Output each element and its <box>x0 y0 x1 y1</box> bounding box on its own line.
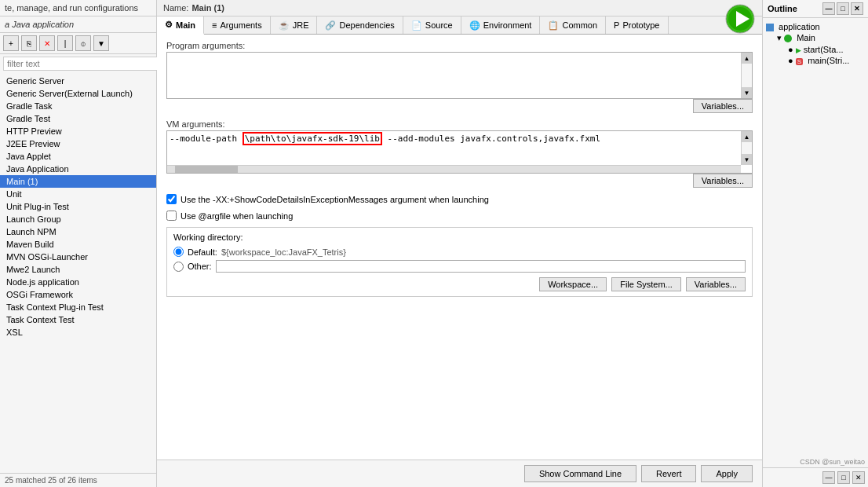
tab-dependencies[interactable]: 🔗 Dependencies <box>317 16 403 34</box>
config-item[interactable]: Node.js application <box>0 276 156 288</box>
tab-jre[interactable]: ☕ JRE <box>271 16 318 34</box>
vm-args-inner: --module-path \path\to\javafx-sdk-19\lib… <box>167 131 752 165</box>
filter-input[interactable] <box>3 57 159 71</box>
deps-tab-label: Dependencies <box>339 20 394 30</box>
right-panel-btn1[interactable]: — <box>822 471 835 484</box>
app-subtitle: te, manage, and run configurations <box>0 0 156 16</box>
config-item[interactable]: Java Application <box>0 163 156 175</box>
config-item[interactable]: Task Context Test <box>0 313 156 326</box>
workspace-btn[interactable]: Workspace... <box>539 277 607 291</box>
filter-btn2[interactable]: ⌽ <box>75 35 91 51</box>
wd-buttons: Workspace... File System... Variables... <box>173 277 746 291</box>
checkbox1[interactable] <box>166 194 177 204</box>
prog-scroll-up[interactable]: ▲ <box>742 53 752 64</box>
run-icon[interactable] <box>724 3 756 35</box>
radio-other-row: Other: <box>173 260 746 273</box>
tab-arguments[interactable]: ≡ Arguments <box>204 16 271 34</box>
vm-scroll-up[interactable]: ▲ <box>742 131 752 142</box>
config-item[interactable]: XSL <box>0 326 156 339</box>
config-item[interactable]: Generic Server <box>0 75 156 87</box>
outline-item-start[interactable]: ● ▶ start(Sta... <box>766 44 865 55</box>
config-item[interactable]: Gradle Task <box>0 100 156 112</box>
outline-item-main-method[interactable]: ● S main(Stri... <box>766 55 865 66</box>
config-item[interactable]: MVN OSGi-Launcher <box>0 251 156 263</box>
bottom-right-buttons: — □ ✕ <box>763 467 868 487</box>
outline-item-application[interactable]: application <box>766 21 865 32</box>
checkbox2[interactable] <box>166 211 177 221</box>
jre-tab-label: JRE <box>293 20 309 30</box>
outline-item-start-label: start(Sta... <box>804 45 844 54</box>
vm-scroll-down[interactable]: ▼ <box>742 154 752 165</box>
outline-item-main-label: main(Stri... <box>808 56 849 65</box>
outline-maximize-btn[interactable]: □ <box>837 2 849 15</box>
tab-main[interactable]: ⚙ Main <box>157 16 204 35</box>
apply-btn[interactable]: Apply <box>701 465 753 482</box>
config-item[interactable]: OSGi Framework <box>0 288 156 301</box>
radio-other[interactable] <box>173 262 184 272</box>
tab-common[interactable]: 📋 Common <box>540 16 606 34</box>
checkbox2-label: Use @argfile when launching <box>181 211 293 221</box>
tab-environment[interactable]: 🌐 Environment <box>461 16 541 34</box>
filesystem-btn[interactable]: File System... <box>611 277 681 291</box>
variables-btn3[interactable]: Variables... <box>686 277 746 291</box>
radio-default[interactable] <box>173 247 184 257</box>
tab-prototype[interactable]: P Prototype <box>606 16 668 34</box>
config-item[interactable]: J2EE Preview <box>0 137 156 150</box>
config-item[interactable]: Mwe2 Launch <box>0 263 156 276</box>
filter-btn3[interactable]: ▼ <box>93 35 109 51</box>
left-panel: te, manage, and run configurations a Jav… <box>0 0 157 487</box>
show-command-line-btn[interactable]: Show Command Line <box>524 465 636 482</box>
radio-other-input[interactable] <box>216 260 746 273</box>
program-args-wrapper: ▲ ▼ <box>166 52 753 99</box>
config-item[interactable]: HTTP Preview <box>0 125 156 137</box>
args-tab-label: Arguments <box>220 20 261 30</box>
config-item[interactable]: Unit <box>0 188 156 200</box>
filter-btn1[interactable]: | <box>57 35 73 51</box>
prog-scrollbar: ▲ ▼ <box>741 53 752 98</box>
config-list: Generic ServerGeneric Server(External La… <box>0 73 156 473</box>
delete-btn[interactable]: ✕ <box>39 35 55 51</box>
env-tab-icon: 🌐 <box>469 20 480 31</box>
checkbox1-row: Use the -XX:+ShowCodeDetailsInExceptionM… <box>166 194 753 204</box>
tab-source[interactable]: 📄 Source <box>403 16 461 34</box>
vm-args-label: VM arguments: <box>166 119 753 129</box>
outline-close-btn[interactable]: ✕ <box>851 2 863 15</box>
checkbox1-label: Use the -XX:+ShowCodeDetailsInExceptionM… <box>181 195 489 204</box>
outline-minimize-btn[interactable]: — <box>822 2 835 15</box>
main-panel: Name: Main (1) ⚙ Main ≡ Arguments ☕ JRE … <box>157 0 762 487</box>
watermark: CSDN @sun_weitao <box>763 456 868 467</box>
outline-item-main-label: Main <box>797 33 815 42</box>
s-badge-icon: S <box>796 58 803 65</box>
main-tab-label: Main <box>176 20 195 30</box>
dot-icon: ● <box>788 45 793 54</box>
config-item[interactable]: Main (1) <box>0 175 156 188</box>
right-panel-btn2[interactable]: □ <box>837 471 850 484</box>
prog-scroll-down[interactable]: ▼ <box>742 87 752 98</box>
app-subtext: a Java application <box>0 16 156 33</box>
radio-default-label: Default: <box>188 247 217 257</box>
config-item[interactable]: Unit Plug-in Test <box>0 200 156 213</box>
config-item[interactable]: Task Context Plug-in Test <box>0 301 156 313</box>
prog-variables-btn[interactable]: Variables... <box>693 99 753 113</box>
config-item[interactable]: Gradle Test <box>0 112 156 125</box>
proto-tab-icon: P <box>614 20 619 30</box>
config-item[interactable]: Generic Server(External Launch) <box>0 87 156 100</box>
revert-btn[interactable]: Revert <box>641 465 696 482</box>
radio-default-row: Default: ${workspace_loc:JavaFX_Tetris} <box>173 247 746 257</box>
config-item[interactable]: Launch Group <box>0 213 156 225</box>
vm-scroll-middle <box>742 142 752 154</box>
args-tab-icon: ≡ <box>212 20 217 30</box>
vm-variables-btn[interactable]: Variables... <box>693 174 753 188</box>
config-item[interactable]: Launch NPM <box>0 225 156 238</box>
program-args-input[interactable] <box>167 53 741 98</box>
duplicate-btn[interactable]: ⎘ <box>21 35 37 51</box>
new-config-btn[interactable]: + <box>3 35 19 51</box>
config-item[interactable]: Maven Build <box>0 238 156 251</box>
right-panel-btn3[interactable]: ✕ <box>852 471 865 484</box>
run-button-container <box>724 3 756 37</box>
checkbox2-row: Use @argfile when launching <box>166 211 753 221</box>
outline-item-main[interactable]: ▾ Main <box>766 32 865 44</box>
outline-title: Outline <box>768 4 797 13</box>
right-panel: Outline — □ ✕ application ▾ Main ● ▶ sta… <box>762 0 868 487</box>
config-item[interactable]: Java Applet <box>0 150 156 163</box>
